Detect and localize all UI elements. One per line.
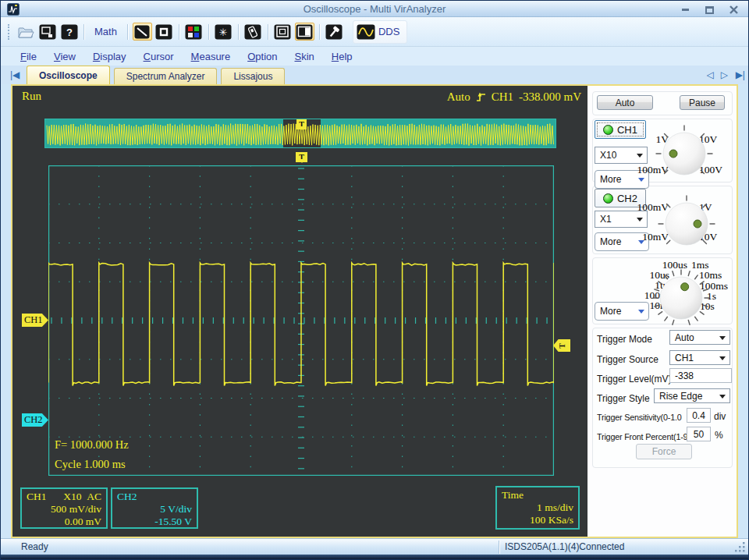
trigger-level-input[interactable]: -338	[669, 368, 732, 383]
side-panel-icon	[296, 24, 313, 40]
tab-lissajous[interactable]: Lissajous	[221, 68, 285, 84]
help-icon: ?	[61, 24, 78, 40]
trigger-sensitivity-input[interactable]: 0.4	[687, 408, 711, 423]
square-dot-icon	[155, 24, 172, 40]
chevron-down-icon	[637, 154, 643, 161]
ch2-info-box: CH2 5 V/div -15.50 V	[111, 487, 198, 529]
ch1-probe-select[interactable]: X10	[595, 147, 648, 164]
minimize-icon	[682, 9, 689, 11]
menu-cursor[interactable]: Cursor	[135, 48, 183, 65]
toolbar-grip[interactable]	[8, 24, 11, 40]
ch1-volts-knob[interactable]	[649, 119, 719, 189]
menu-bar: File View Display Cursor Measure Option …	[1, 47, 748, 66]
menu-view[interactable]: View	[45, 48, 84, 65]
trigger-source-label: Trigger Source	[597, 354, 658, 365]
menu-help[interactable]: Help	[323, 48, 361, 65]
menu-option[interactable]: Option	[239, 48, 286, 65]
trigger-sensitivity-unit: div	[714, 411, 726, 422]
close-icon	[729, 5, 738, 14]
scope-display: Run Auto CH1 -338.000 mV T T CH1 CH2 T F…	[12, 86, 587, 537]
ch1-level-marker[interactable]: CH1	[22, 314, 48, 327]
trigger-level-readout: -338.000 mV	[519, 90, 581, 104]
trigger-mode-label: Trigger Mode	[597, 334, 652, 345]
tab-nav-first-icon[interactable]: |◀	[10, 69, 20, 80]
trigger-position-marker[interactable]: T	[296, 152, 307, 162]
open-button[interactable]	[16, 23, 35, 41]
folder-icon	[17, 25, 34, 39]
ch1-offset-readout: 0.00 mV	[27, 516, 101, 528]
auto-button[interactable]: Auto	[597, 95, 653, 110]
ch1-coupling-readout: AC	[87, 491, 101, 502]
menu-display[interactable]: Display	[84, 48, 135, 65]
waveform-overview-strip[interactable]: T	[44, 119, 556, 148]
dot-draw-button[interactable]	[154, 23, 174, 41]
trigger-mode-select[interactable]: Auto	[669, 330, 730, 345]
trigger-style-label: Trigger Style	[597, 393, 650, 404]
menu-measure[interactable]: Measure	[183, 48, 240, 65]
ch2-volts-knob[interactable]	[651, 189, 722, 259]
waveform-plot	[48, 165, 554, 476]
ch2-level-marker[interactable]: CH2	[22, 413, 48, 427]
trigger-style-select[interactable]: Rise Edge	[654, 388, 730, 403]
toolbar-separator	[238, 24, 239, 40]
trigger-front-input[interactable]: 50	[687, 427, 711, 441]
save-button[interactable]	[37, 23, 57, 41]
title-bar[interactable]: Oscilloscope - Multi VirAnalyzer	[1, 1, 748, 17]
device-button[interactable]	[243, 23, 263, 41]
tab-nav-next-icon[interactable]: ▷	[721, 69, 728, 80]
trigger-source-select[interactable]: CH1	[669, 350, 730, 365]
menu-skin[interactable]: Skin	[286, 48, 323, 65]
status-divider	[499, 541, 499, 554]
tab-spectrum-analyzer[interactable]: Spectrum Analyzer	[114, 68, 218, 84]
collapse-button[interactable]: ✳	[214, 23, 233, 41]
color-squares-icon	[185, 24, 202, 40]
ch2-info-title: CH2	[117, 491, 137, 503]
force-button[interactable]: Force	[636, 444, 692, 459]
trigger-level-marker[interactable]: T	[553, 339, 570, 352]
pause-button[interactable]: Pause	[680, 95, 725, 110]
math-button[interactable]: Math	[89, 26, 122, 37]
chevron-down-icon	[638, 310, 644, 317]
tab-nav-prev-icon[interactable]: ◁	[707, 69, 714, 80]
color-settings-button[interactable]	[184, 23, 204, 41]
trigger-sensitivity-label: Trigger Sensitivity(0-1.0	[597, 413, 687, 422]
svg-text:✳: ✳	[219, 27, 228, 38]
menu-file[interactable]: File	[12, 48, 45, 65]
cycle-readout: Cycle 1.000 ms	[55, 458, 126, 471]
help-button[interactable]: ?	[59, 23, 79, 41]
window-title: Oscilloscope - Multi VirAnalyzer	[1, 3, 748, 15]
frame-icon	[274, 24, 291, 40]
line-draw-button[interactable]	[133, 23, 152, 41]
maximize-button[interactable]	[701, 4, 718, 16]
timebase-knob[interactable]	[646, 263, 716, 333]
dds-group: DDS	[353, 20, 407, 44]
toolbar-separator	[319, 24, 320, 40]
ch1-probe-readout: X10	[63, 491, 81, 502]
trigger-front-unit: %	[715, 430, 723, 441]
maximize-icon	[705, 6, 714, 14]
tab-nav-last-icon[interactable]: ▶|	[736, 69, 745, 80]
tools-button[interactable]	[325, 23, 344, 41]
app-window: Oscilloscope - Multi VirAnalyzer	[0, 0, 749, 560]
diagonal-line-icon	[134, 25, 150, 39]
status-device: ISDS205A(1.1)(4)Connected	[505, 541, 624, 552]
ch1-led-icon	[603, 125, 613, 135]
tab-oscilloscope[interactable]: Oscilloscope	[27, 66, 110, 84]
close-button[interactable]	[725, 4, 742, 16]
time-more-select[interactable]: More	[595, 302, 649, 321]
hammer-icon	[325, 24, 343, 40]
strip-trigger-position-marker[interactable]: T	[296, 119, 307, 129]
timebase-readout: 1 ms/div	[502, 502, 573, 514]
toolbar-separator	[83, 24, 84, 40]
sample-rate-readout: 100 KSa/s	[502, 514, 573, 526]
frequency-readout: F= 1000.000 Hz	[55, 438, 129, 452]
tab-bar: |◀ Oscilloscope Spectrum Analyzer Lissaj…	[1, 66, 748, 84]
toolbar-separator	[208, 24, 209, 40]
dds-button[interactable]: DDS	[378, 26, 399, 37]
trigger-mode-readout: Auto	[447, 90, 470, 104]
minimize-button[interactable]	[676, 4, 694, 16]
window-frame-button[interactable]	[273, 23, 293, 41]
resize-grip[interactable]	[735, 542, 746, 553]
sine-wave-icon	[357, 24, 375, 40]
side-panel-button[interactable]	[295, 23, 314, 41]
